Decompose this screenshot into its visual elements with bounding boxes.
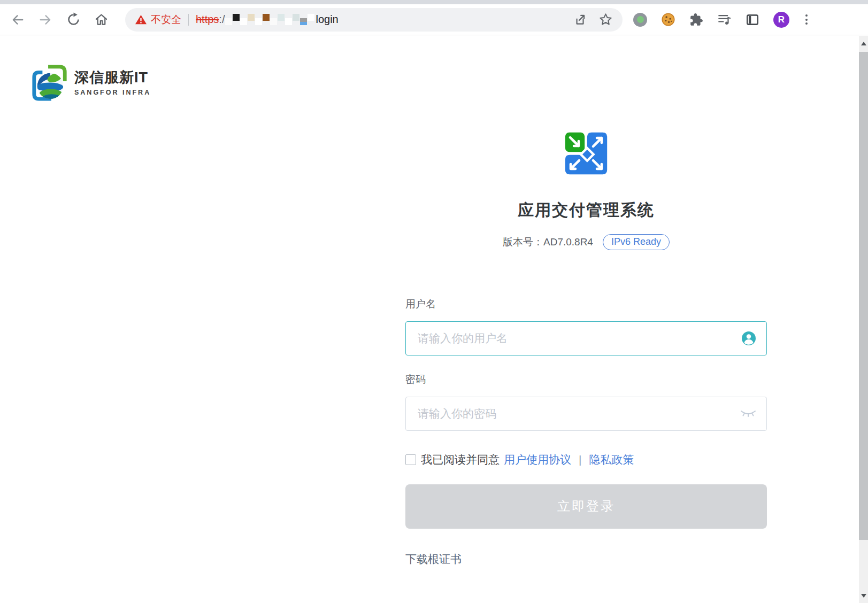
version-value: AD7.0.8R4 xyxy=(543,236,593,248)
bookmark-star-icon[interactable] xyxy=(598,12,613,27)
address-bar[interactable]: 不安全 https:/login xyxy=(125,8,623,32)
toolbar-extensions-area: R xyxy=(633,12,810,28)
username-label: 用户名 xyxy=(405,297,767,311)
password-input[interactable] xyxy=(405,397,767,431)
home-button[interactable] xyxy=(90,9,112,31)
app-delivery-product-icon xyxy=(564,131,609,176)
security-chip-label[interactable]: 不安全 xyxy=(151,13,181,27)
home-icon xyxy=(94,12,109,27)
login-button[interactable]: 立即登录 xyxy=(405,484,767,529)
page-scrollbar[interactable] xyxy=(859,36,868,603)
profile-avatar[interactable]: R xyxy=(773,12,789,28)
window-frame-strip xyxy=(0,0,868,4)
download-root-cert-link[interactable]: 下载根证书 xyxy=(405,552,462,567)
forward-arrow-icon xyxy=(39,13,52,27)
ipv6-ready-badge: IPv6 Ready xyxy=(603,234,670,250)
scrollbar-down-arrow[interactable] xyxy=(859,588,868,603)
brand-logo: 深信服新IT SANGFOR INFRA xyxy=(30,61,151,102)
security-warning-icon xyxy=(135,13,147,26)
username-input[interactable] xyxy=(405,321,767,355)
browser-menu-dots-icon[interactable] xyxy=(803,12,810,27)
agreement-separator: | xyxy=(579,453,581,466)
url-scheme: https xyxy=(196,13,219,26)
user-agreement-link[interactable]: 用户使用协议 xyxy=(504,452,571,467)
share-icon[interactable] xyxy=(573,13,587,27)
brand-title: 深信服新IT xyxy=(74,68,151,87)
back-arrow-icon xyxy=(11,13,25,27)
user-avatar-icon xyxy=(741,331,756,346)
agreement-checkbox[interactable] xyxy=(405,454,416,465)
scrollbar-up-arrow[interactable] xyxy=(859,36,868,51)
brand-subtitle: SANGFOR INFRA xyxy=(74,89,151,96)
media-controls-icon[interactable] xyxy=(717,12,732,27)
forward-button[interactable] xyxy=(34,9,57,31)
agreement-row: 我已阅读并同意 用户使用协议 | 隐私政策 xyxy=(405,452,767,467)
scrollbar-thumb[interactable] xyxy=(859,52,868,540)
url-separator: :/ xyxy=(219,13,225,26)
back-button[interactable] xyxy=(6,9,29,31)
password-label: 密码 xyxy=(405,373,767,386)
product-title: 应用交付管理系统 xyxy=(405,199,767,221)
privacy-policy-link[interactable]: 隐私政策 xyxy=(589,452,634,467)
extension-green-icon[interactable] xyxy=(633,13,647,27)
login-page: 深信服新IT SANGFOR INFRA 应用交付管理系统 版本号：AD7.0.… xyxy=(0,36,859,603)
redacted-url-mosaic xyxy=(225,12,315,28)
login-panel: 应用交付管理系统 版本号：AD7.0.8R4 IPv6 Ready 用户名 密码… xyxy=(405,36,767,567)
url-suffix: login xyxy=(316,13,338,26)
agreement-text: 我已阅读并同意 xyxy=(421,452,500,467)
reload-icon xyxy=(66,12,81,27)
browser-toolbar: 不安全 https:/login R xyxy=(0,4,868,35)
sangfor-globe-icon xyxy=(30,61,69,102)
reload-button[interactable] xyxy=(62,9,85,31)
url-text: https:/login xyxy=(196,12,339,28)
eye-closed-icon xyxy=(740,409,756,419)
password-visibility-toggle[interactable] xyxy=(740,409,756,419)
cookie-icon[interactable] xyxy=(661,12,675,27)
chip-divider xyxy=(188,14,189,26)
extensions-puzzle-icon[interactable] xyxy=(689,13,703,27)
version-label: 版本号： xyxy=(503,235,543,249)
version-row: 版本号：AD7.0.8R4 IPv6 Ready xyxy=(405,234,767,250)
side-panel-icon[interactable] xyxy=(746,13,759,27)
